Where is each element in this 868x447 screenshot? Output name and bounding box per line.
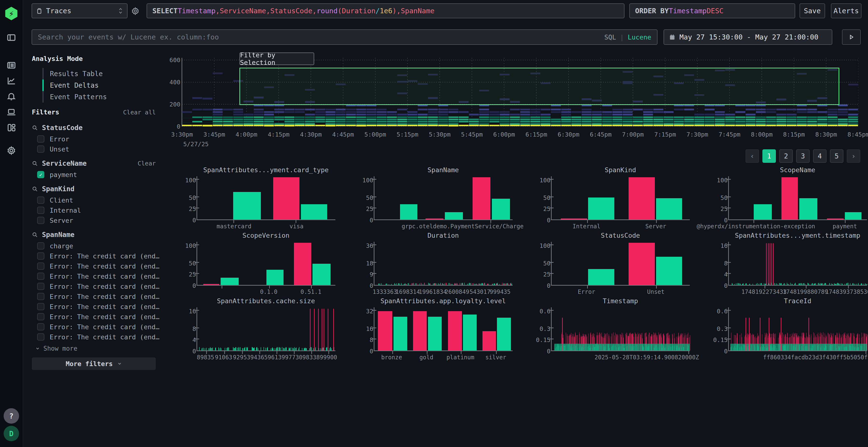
- hyperdx-logo-icon[interactable]: ⚡: [5, 7, 18, 20]
- outlier-bar-value-2[interactable]: [827, 218, 844, 219]
- settings-gear-icon[interactable]: [6, 145, 17, 156]
- outlier-bar-value-110[interactable]: [472, 177, 490, 219]
- checkbox[interactable]: [37, 323, 44, 331]
- inlier-bar-value-16[interactable]: [845, 212, 862, 219]
- clear-all-link[interactable]: Clear all: [123, 109, 156, 116]
- inlier-bar-value-34[interactable]: [754, 204, 772, 219]
- dashboards-icon[interactable]: [6, 122, 17, 133]
- outlier-bar-value-110[interactable]: [294, 243, 311, 285]
- inlier-bar-value-26[interactable]: [497, 318, 511, 350]
- outlier-bar-value-2[interactable]: [426, 218, 443, 219]
- checkbox[interactable]: [37, 217, 44, 224]
- mini-chart-statuscode[interactable]: StatusCode02550100ErrorUnset: [532, 232, 695, 294]
- filter-option[interactable]: Error: The credit card (end…: [37, 271, 159, 281]
- page-next-button[interactable]: ›: [847, 149, 860, 163]
- mode-event-patterns[interactable]: Event Patterns: [42, 91, 107, 103]
- source-select[interactable]: Traces: [32, 3, 128, 18]
- filter-option[interactable]: Error: [37, 134, 69, 144]
- checkbox[interactable]: [37, 263, 44, 270]
- selection-rectangle[interactable]: [240, 68, 839, 105]
- save-button[interactable]: Save: [800, 3, 825, 18]
- checkbox[interactable]: [37, 293, 44, 300]
- mini-chart-scopename[interactable]: ScopeName02550100@hyperdx/instrumentatio…: [709, 166, 868, 228]
- inlier-bar-value-68[interactable]: [656, 257, 682, 285]
- search-icon[interactable]: [32, 232, 38, 238]
- filter-by-selection-button[interactable]: Filter by Selection: [240, 53, 314, 65]
- checkbox[interactable]: [37, 135, 44, 143]
- outlier-bar-value-32[interactable]: [413, 311, 427, 350]
- outlier-bar-value-110[interactable]: [273, 177, 300, 219]
- checkbox-checked[interactable]: ✓: [37, 171, 44, 178]
- checkbox[interactable]: [37, 252, 44, 260]
- checkbox[interactable]: [37, 333, 44, 341]
- inlier-bar-value-34[interactable]: [301, 204, 327, 219]
- outlier-bar-value-14[interactable]: [483, 331, 496, 350]
- inlier-bar-value-48[interactable]: [312, 264, 330, 285]
- filter-option[interactable]: Client: [37, 195, 73, 205]
- page-prev-button[interactable]: ‹: [745, 149, 759, 163]
- filter-option[interactable]: Error: The credit card (end…: [37, 332, 159, 342]
- filter-option[interactable]: Server: [37, 215, 73, 226]
- mini-chart-spanattributes-cache-size[interactable]: SpanAttributes.cache.size048168983591063…: [177, 297, 341, 359]
- log-viewer-icon[interactable]: [6, 60, 17, 71]
- filter-option[interactable]: Error: The credit card (end…: [37, 322, 159, 332]
- mini-chart-spanname[interactable]: SpanName02550100grpc.oteldemo.PaymentSer…: [354, 166, 518, 228]
- checkbox[interactable]: [37, 283, 44, 290]
- date-range-picker[interactable]: May 27 15:30:00 - May 27 21:00:00: [663, 29, 832, 45]
- query-language-toggle[interactable]: SQL | Lucene: [604, 33, 651, 41]
- page-button-1[interactable]: 1: [763, 149, 776, 163]
- page-button-2[interactable]: 2: [779, 149, 793, 163]
- inlier-bar-value-27[interactable]: [394, 317, 407, 351]
- mini-chart-spankind[interactable]: SpanKind02550100InternalServer: [532, 166, 695, 228]
- outlier-bar-value-32[interactable]: [378, 311, 392, 350]
- help-button[interactable]: ?: [4, 408, 19, 424]
- filter-option[interactable]: Unset: [37, 144, 69, 154]
- source-settings-gear-icon[interactable]: [131, 7, 140, 15]
- page-button-5[interactable]: 5: [830, 149, 843, 163]
- checkbox[interactable]: [37, 242, 44, 249]
- client-sessions-icon[interactable]: [6, 107, 17, 117]
- select-query-input[interactable]: SELECT Timestamp,ServiceName,StatusCode,…: [147, 3, 624, 18]
- mini-chart-duration[interactable]: Duration09183613333631698314199618342600…: [354, 232, 518, 294]
- checkbox[interactable]: [37, 207, 44, 214]
- inlier-bar-value-16[interactable]: [445, 212, 463, 219]
- avatar[interactable]: D: [4, 426, 19, 441]
- page-button-3[interactable]: 3: [796, 149, 810, 163]
- inlier-bar-value-29[interactable]: [463, 314, 477, 350]
- checkbox[interactable]: [37, 197, 44, 204]
- outlier-bar-value-110[interactable]: [628, 243, 655, 285]
- inlier-bar-value-34[interactable]: [267, 270, 284, 285]
- filter-option[interactable]: ✓payment: [37, 170, 77, 180]
- inlier-bar-value-50[interactable]: [588, 198, 614, 219]
- mini-chart-spanattributes-yment-timestamp[interactable]: SpanAttributes...yment.timestamp04816174…: [709, 232, 868, 294]
- panels-icon[interactable]: [6, 32, 17, 43]
- outlier-bar-value-2[interactable]: [203, 284, 219, 285]
- outlier-bar-value-32[interactable]: [448, 311, 462, 350]
- alerts-bell-icon[interactable]: [6, 91, 17, 102]
- line-chart-icon[interactable]: [6, 75, 17, 86]
- mini-chart-traceid[interactable]: TraceId00.150.30.6ff860334facdb23d3f430f…: [709, 297, 868, 359]
- outlier-bar-value-110[interactable]: [781, 177, 798, 219]
- order-by-input[interactable]: ORDER BY Timestamp DESC: [629, 3, 795, 18]
- outlier-bar-value-110[interactable]: [628, 177, 655, 219]
- mode-results-table[interactable]: Results Table: [42, 68, 103, 79]
- filter-option[interactable]: Error: The credit card (end…: [37, 281, 159, 291]
- page-button-4[interactable]: 4: [813, 149, 827, 163]
- outlier-bar-value-2[interactable]: [561, 218, 587, 219]
- inlier-bar-value-47[interactable]: [492, 199, 510, 219]
- clear-group-link[interactable]: Clear: [138, 160, 156, 167]
- mini-chart-timestamp[interactable]: Timestamp00.150.30.62025-05-28T03:59:14.…: [532, 297, 695, 359]
- inlier-bar-value-48[interactable]: [799, 198, 817, 219]
- search-icon[interactable]: [32, 161, 38, 167]
- more-filters-button[interactable]: More filters: [32, 357, 156, 370]
- toggle-lucene[interactable]: Lucene: [628, 33, 651, 41]
- filter-option[interactable]: charge: [37, 241, 73, 251]
- mini-chart-spanattributes-app-loyalty-level[interactable]: SpanAttributes.app.loyalty.level081632br…: [354, 297, 518, 359]
- filter-option[interactable]: Error: The credit card (end…: [37, 302, 159, 312]
- checkbox[interactable]: [37, 273, 44, 280]
- checkbox[interactable]: [37, 313, 44, 320]
- run-query-button[interactable]: [842, 29, 861, 45]
- search-icon[interactable]: [32, 125, 38, 131]
- checkbox[interactable]: [37, 145, 44, 153]
- inlier-bar-value-34[interactable]: [400, 204, 417, 219]
